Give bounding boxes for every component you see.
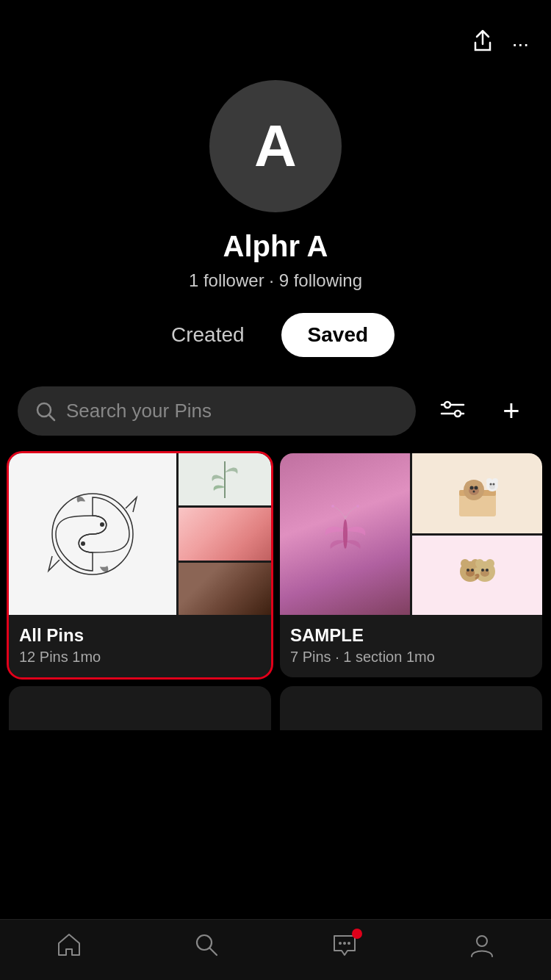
svg-point-8: [81, 541, 85, 546]
profile-section: A Alphr A 1 follower · 9 following Creat…: [0, 65, 551, 386]
svg-point-44: [477, 936, 487, 946]
side-image-3: [179, 563, 271, 615]
svg-point-41: [339, 942, 342, 945]
board-info-all-pins: All Pins 12 Pins 1mo: [9, 615, 271, 677]
search-placeholder-text: Search your Pins: [66, 400, 212, 422]
board-meta: 12 Pins 1mo: [19, 649, 261, 666]
nav-messages[interactable]: [331, 932, 358, 958]
board-side-images: [179, 453, 271, 615]
more-options-button[interactable]: ···: [512, 32, 529, 56]
svg-point-35: [467, 569, 469, 572]
board-meta: 7 Pins · 1 section 1mo: [290, 649, 532, 666]
search-bar[interactable]: Search your Pins: [18, 386, 416, 436]
svg-point-18: [469, 486, 473, 490]
svg-point-32: [486, 559, 494, 568]
svg-point-3: [444, 402, 450, 408]
board-card-sample[interactable]: SAMPLE 7 Pins · 1 section 1mo: [280, 453, 542, 677]
svg-point-19: [474, 486, 478, 490]
side-image-1: [179, 453, 271, 505]
board-main-image: [9, 453, 176, 615]
svg-point-31: [475, 559, 484, 568]
tab-saved[interactable]: Saved: [281, 313, 395, 357]
svg-point-38: [486, 569, 489, 572]
following-count: 9 following: [279, 270, 362, 290]
svg-point-37: [481, 569, 484, 572]
bottom-spacer: [0, 730, 551, 818]
svg-point-42: [343, 942, 346, 945]
sample-image-2: [412, 453, 542, 533]
partial-board-1: [9, 686, 271, 730]
sections: 1 section: [343, 649, 402, 665]
svg-point-7: [100, 522, 104, 527]
top-bar: ···: [0, 0, 551, 65]
sample-image-3: [412, 536, 542, 616]
notification-badge: [352, 929, 362, 939]
profile-stats: 1 follower · 9 following: [189, 270, 362, 291]
pin-count: 7 Pins: [290, 649, 331, 665]
board-title: All Pins: [19, 625, 261, 646]
partial-boards-row: [0, 677, 551, 730]
bottom-navigation: [0, 919, 551, 980]
svg-point-29: [461, 559, 469, 568]
tab-created[interactable]: Created: [156, 316, 259, 354]
search-section: Search your Pins +: [0, 386, 551, 436]
filter-icon: [439, 399, 467, 424]
nav-home[interactable]: [56, 932, 82, 958]
svg-point-25: [489, 483, 491, 486]
search-icon: [35, 401, 56, 422]
board-card-all-pins[interactable]: All Pins 12 Pins 1mo: [9, 453, 271, 677]
side-image-2: [179, 508, 271, 560]
search-nav-icon: [193, 932, 220, 958]
boards-grid: All Pins 12 Pins 1mo: [0, 453, 551, 677]
svg-point-5: [455, 411, 461, 417]
profile-name: Alphr A: [223, 230, 328, 263]
svg-line-1: [49, 414, 55, 420]
avatar: A: [209, 80, 342, 212]
home-icon: [56, 932, 82, 958]
board-title: SAMPLE: [290, 625, 532, 646]
svg-point-10: [331, 505, 334, 508]
avatar-letter: A: [254, 112, 297, 180]
svg-point-36: [471, 569, 474, 572]
sample-main-image: [280, 453, 410, 615]
board-info-sample: SAMPLE 7 Pins · 1 section 1mo: [280, 615, 542, 677]
svg-line-40: [210, 948, 217, 956]
svg-point-9: [343, 519, 347, 549]
nav-profile[interactable]: [469, 932, 495, 958]
profile-tabs: Created Saved: [156, 313, 395, 357]
svg-point-43: [347, 942, 350, 945]
profile-icon: [469, 932, 495, 958]
board-images-sample: [280, 453, 542, 615]
svg-point-11: [356, 505, 359, 508]
time-ago: 1mo: [406, 649, 435, 665]
partial-board-2: [280, 686, 542, 730]
svg-point-20: [472, 491, 475, 493]
nav-search[interactable]: [193, 932, 220, 958]
svg-point-26: [492, 483, 494, 486]
follower-count: 1 follower: [189, 270, 264, 290]
board-images-all-pins: [9, 453, 271, 615]
share-button[interactable]: [471, 29, 494, 58]
plus-icon: +: [503, 394, 519, 428]
filter-button[interactable]: [431, 389, 475, 433]
pin-count: 12 Pins: [19, 649, 68, 665]
add-board-button[interactable]: +: [489, 389, 533, 433]
time-ago: 1mo: [72, 649, 101, 665]
